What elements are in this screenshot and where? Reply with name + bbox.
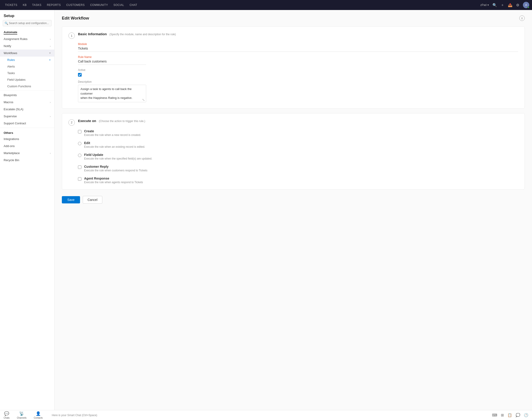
sidebar-item-notify[interactable]: Notify › — [0, 43, 54, 49]
page-header: Edit Workflow i — [62, 15, 525, 21]
sidebar-subitem-custom-functions[interactable]: Custom Functions — [0, 83, 54, 90]
keyboard-icon[interactable]: ⌨ — [492, 413, 497, 417]
grid-icon[interactable]: ⊞ — [501, 413, 504, 417]
plus-icon[interactable]: ＋ — [501, 3, 504, 7]
field-update-radio[interactable] — [78, 154, 81, 157]
chevron-right-icon: › — [50, 152, 51, 154]
active-checkbox[interactable] — [78, 73, 82, 76]
active-label: Active — [78, 68, 518, 72]
clock-icon[interactable]: 🕐 — [524, 413, 528, 417]
edit-desc: Execute the rule when an existing record… — [84, 145, 145, 149]
bottom-bar-contacts[interactable]: 👤 Contacts — [34, 411, 43, 419]
nav-reports[interactable]: REPORTS — [45, 2, 63, 8]
module-label: Module — [78, 43, 518, 46]
customer-reply-checkbox[interactable] — [78, 165, 81, 169]
escalate-label: Escalate (SLA) — [4, 107, 23, 111]
section2-number: 2 — [68, 119, 75, 126]
avatar[interactable]: A — [523, 2, 529, 8]
chevron-down-icon: ▾ — [49, 52, 51, 55]
sidebar-subitem-alerts[interactable]: Alerts — [0, 63, 54, 70]
chat-bubbles-icon[interactable]: 💭 — [516, 413, 520, 417]
sidebar-subitem-field-updates[interactable]: Field Updates — [0, 76, 54, 83]
zpad-button[interactable]: zPad ▾ — [480, 3, 489, 7]
settings-icon[interactable]: ⚙ — [516, 3, 519, 7]
field-update-title: Field Update — [84, 153, 152, 157]
online-status-dot — [528, 6, 529, 8]
sidebar-item-macros[interactable]: Macros › — [0, 99, 54, 106]
description-label: Description — [78, 80, 518, 83]
description-textarea[interactable]: Assign a task to agents to call back the… — [78, 85, 146, 102]
section1-content: Module Tickets Rule Name Call back custo… — [68, 43, 518, 103]
execute-option-customer-reply: Customer Reply Execute the rule when cus… — [78, 165, 518, 172]
info-button[interactable]: i — [519, 15, 525, 21]
others-label: Others — [4, 131, 13, 135]
setup-title: Setup — [0, 10, 54, 20]
agent-response-checkbox[interactable] — [78, 177, 81, 181]
edit-radio[interactable] — [78, 142, 81, 145]
sidebar-item-workflows[interactable]: Workflows ▾ — [0, 49, 54, 57]
nav-customers[interactable]: CUSTOMERS — [64, 2, 87, 8]
execute-option-field-update: Field Update Execute the rule when the s… — [78, 153, 518, 160]
sidebar-subitem-rules[interactable]: Rules + — [0, 57, 54, 63]
bottom-bar-left: 💬 Chats 📡 Channels 👤 Contacts — [4, 411, 43, 419]
cancel-button[interactable]: Cancel — [83, 196, 102, 204]
share-icon[interactable]: 📤 — [508, 3, 513, 7]
sidebar-item-escalate[interactable]: Escalate (SLA) — [0, 106, 54, 113]
form-footer: Save Cancel — [62, 194, 525, 204]
automate-label: Automate — [4, 30, 17, 34]
section2-title-wrap: Execute on (Choose the action to trigger… — [78, 119, 145, 123]
sidebar-item-blueprints[interactable]: Blueprints — [0, 91, 54, 99]
marketplace-label: Marketplace — [4, 151, 20, 155]
nav-tasks[interactable]: TASKS — [30, 2, 44, 8]
resize-icon[interactable]: ⤡ — [142, 98, 145, 102]
rule-name-value: Call back customers — [78, 60, 146, 65]
chats-label: Chats — [4, 417, 10, 419]
save-button[interactable]: Save — [62, 196, 80, 203]
bottom-bar-chats[interactable]: 💬 Chats — [4, 411, 10, 419]
customer-reply-content: Customer Reply Execute the rule when cus… — [84, 165, 147, 172]
create-checkbox[interactable] — [78, 130, 81, 134]
custom-functions-label: Custom Functions — [7, 85, 31, 88]
sidebar-item-recycle-bin[interactable]: Recycle Bin — [0, 157, 54, 164]
history-icon[interactable]: 📋 — [507, 413, 512, 417]
recycle-bin-label: Recycle Bin — [4, 158, 19, 162]
sidebar-item-integrations[interactable]: Integrations — [0, 135, 54, 143]
contacts-label: Contacts — [34, 417, 43, 419]
zpad-chevron-icon: ▾ — [487, 3, 489, 7]
nav-kb[interactable]: KB — [20, 2, 29, 8]
divider — [0, 90, 54, 91]
sidebar-item-assignment-rules[interactable]: Assignment Rules › — [0, 35, 54, 43]
section2-subtitle: (Choose the action to trigger this rule.… — [99, 120, 145, 123]
execute-option-create: Create Execute the rule when a new recor… — [78, 129, 518, 136]
sidebar-subitem-tasks[interactable]: Tasks — [0, 70, 54, 76]
sidebar-item-support-contract[interactable]: Support Contract — [0, 120, 54, 127]
field-updates-label: Field Updates — [7, 78, 26, 81]
channels-label: Channels — [17, 417, 26, 419]
automate-header[interactable]: Automate — [0, 28, 54, 35]
execute-option-agent-response: Agent Response Execute the rule when age… — [78, 177, 518, 184]
sidebar-item-addons[interactable]: Add-ons — [0, 143, 54, 150]
sidebar-item-marketplace[interactable]: Marketplace › — [0, 150, 54, 157]
nav-chat[interactable]: CHAT — [127, 2, 140, 8]
search-wrap: 🔍 — [0, 20, 54, 28]
addons-label: Add-ons — [4, 144, 15, 148]
macros-label: Macros — [4, 101, 14, 104]
edit-content: Edit Execute the rule when an existing r… — [84, 141, 145, 149]
agent-response-content: Agent Response Execute the rule when age… — [84, 177, 143, 184]
customer-reply-desc: Execute the rule when customers respond … — [84, 169, 147, 172]
nav-tickets[interactable]: TICKETS — [3, 2, 19, 8]
search-icon[interactable]: 🔍 — [492, 3, 497, 7]
section2-header-row: 2 Execute on (Choose the action to trigg… — [68, 119, 518, 126]
smart-chat-text[interactable]: Here is your Smart Chat (Ctrl+Space) — [50, 414, 485, 417]
bottom-bar-channels[interactable]: 📡 Channels — [17, 411, 26, 419]
add-rule-icon[interactable]: + — [49, 58, 51, 61]
bottom-bar-right: ⌨ ⊞ 📋 💭 🕐 — [492, 413, 528, 417]
section1-number: 1 — [68, 32, 75, 39]
nav-social[interactable]: SOCIAL — [111, 2, 126, 8]
workflows-label: Workflows — [4, 51, 17, 55]
sidebar-item-supervise[interactable]: Supervise › — [0, 113, 54, 120]
search-input[interactable] — [3, 20, 52, 26]
contacts-icon: 👤 — [36, 411, 41, 416]
nav-community[interactable]: COMMUNITY — [88, 2, 110, 8]
rules-label: Rules — [7, 58, 15, 61]
